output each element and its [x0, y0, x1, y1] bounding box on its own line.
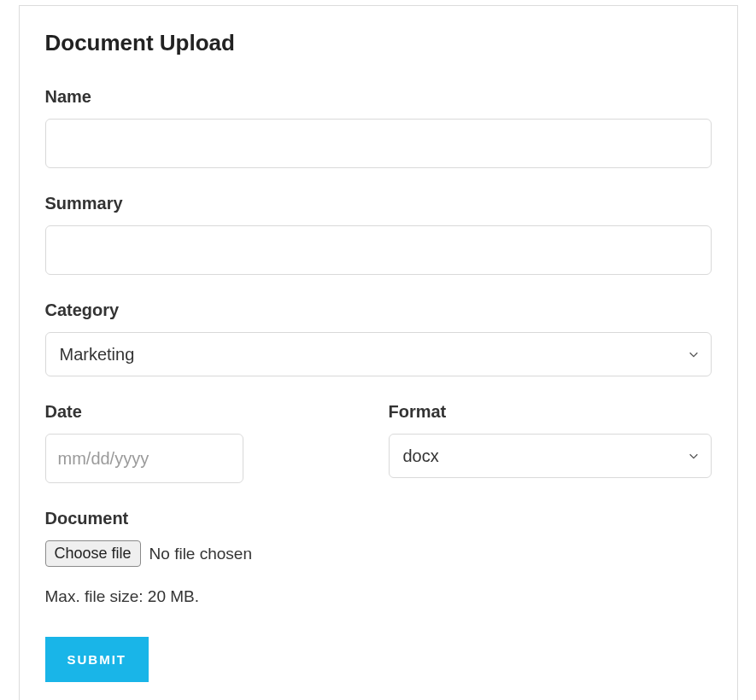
document-group: Document Choose file No file chosen Max.… [45, 509, 712, 606]
category-label: Category [45, 300, 712, 320]
summary-input[interactable] [45, 225, 712, 275]
file-status-text: No file chosen [149, 545, 252, 563]
submit-button[interactable]: Submit [45, 637, 149, 682]
file-row: Choose file No file chosen [45, 540, 712, 567]
upload-card: Document Upload Name Summary Category Ma… [19, 5, 738, 700]
name-group: Name [45, 87, 712, 168]
card-title: Document Upload [45, 30, 712, 56]
file-hint-text: Max. file size: 20 MB. [45, 587, 712, 606]
choose-file-button[interactable]: Choose file [45, 540, 141, 567]
category-select[interactable]: Marketing [45, 332, 712, 376]
format-group: Format docx [378, 402, 712, 483]
date-label: Date [45, 402, 368, 422]
format-select[interactable]: docx [389, 434, 712, 478]
date-placeholder-text: mm/dd/yyyy [58, 449, 149, 469]
format-select-wrapper: docx [389, 434, 712, 478]
document-label: Document [45, 509, 712, 528]
date-input[interactable]: mm/dd/yyyy [45, 434, 243, 483]
summary-group: Summary [45, 194, 712, 275]
name-input[interactable] [45, 119, 712, 168]
date-group: Date mm/dd/yyyy [45, 402, 378, 483]
category-select-wrapper: Marketing [45, 332, 712, 376]
name-label: Name [45, 87, 712, 107]
summary-label: Summary [45, 194, 712, 213]
date-format-row: Date mm/dd/yyyy Format docx [45, 402, 712, 483]
format-label: Format [389, 402, 712, 422]
category-group: Category Marketing [45, 300, 712, 376]
